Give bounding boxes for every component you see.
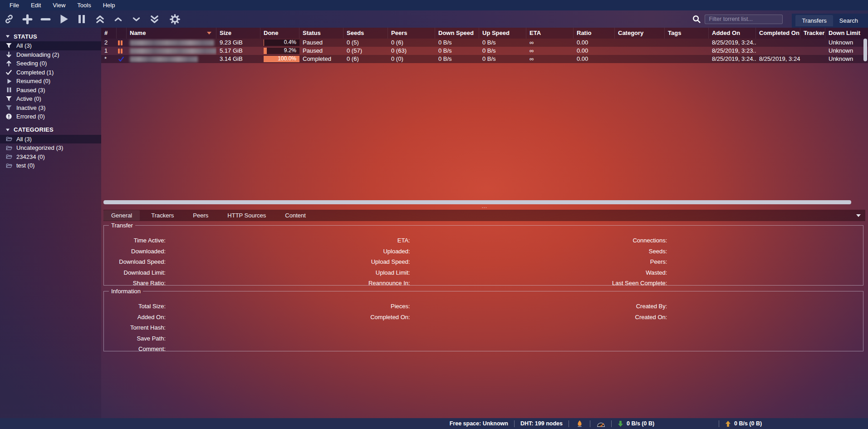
pause-icon — [76, 14, 87, 25]
vertical-scrollbar-thumb[interactable] — [863, 39, 867, 61]
col-num[interactable]: # — [101, 28, 117, 39]
tab-transfers[interactable]: Transfers — [795, 15, 833, 26]
col-up-speed[interactable]: Up Speed — [479, 28, 526, 39]
tab-trackers[interactable]: Trackers — [143, 210, 181, 221]
resume-button[interactable] — [58, 13, 69, 25]
chevron-up-icon — [113, 15, 123, 24]
status-section-header[interactable]: STATUS — [0, 31, 101, 41]
field-label: Torrent Hash: — [107, 324, 166, 331]
filter-input[interactable] — [705, 15, 783, 24]
sidebar-category-uncategorized[interactable]: Uncategorized (3) — [0, 143, 101, 153]
sidebar-item-seeding[interactable]: Seeding (0) — [0, 59, 101, 68]
play-icon — [5, 78, 13, 85]
tab-peers[interactable]: Peers — [185, 210, 216, 221]
global-download-speed: 0 B/s (0 B) — [618, 420, 713, 427]
increase-priority-button[interactable] — [112, 13, 124, 25]
sidebar-item-completed[interactable]: Completed (1) — [0, 68, 101, 77]
categories-section-header[interactable]: CATEGORIES — [0, 125, 101, 135]
row-state — [117, 47, 127, 55]
col-status[interactable]: Status — [299, 28, 343, 39]
col-ratio[interactable]: Ratio — [574, 28, 615, 39]
delete-torrent-button[interactable] — [39, 13, 51, 25]
col-state[interactable] — [117, 28, 127, 39]
filter-icon — [5, 95, 13, 103]
col-down-speed[interactable]: Down Speed — [435, 28, 479, 39]
information-section: Information Total Size: Added On: Torren… — [103, 288, 863, 351]
col-eta[interactable]: ETA — [526, 28, 574, 39]
menu-file[interactable]: File — [4, 2, 25, 9]
row-tags — [665, 39, 709, 47]
field-label: Downloaded: — [107, 248, 166, 255]
blurred-torrent-name — [130, 56, 198, 62]
col-tracker[interactable]: Tracker — [800, 28, 825, 39]
tab-http-sources[interactable]: HTTP Sources — [220, 210, 274, 221]
detail-tab-bar: General Trackers Peers HTTP Sources Cont… — [103, 210, 865, 221]
add-torrent-button[interactable] — [21, 13, 33, 25]
col-size[interactable]: Size — [216, 28, 260, 39]
divider — [611, 420, 612, 427]
vertical-scrollbar[interactable] — [863, 39, 867, 200]
sidebar-category-label: All (3) — [16, 136, 32, 143]
row-peers: 0 (0) — [388, 55, 435, 63]
sidebar-item-resumed[interactable]: Resumed (0) — [0, 77, 101, 86]
col-peers[interactable]: Peers — [388, 28, 435, 39]
bottom-priority-button[interactable] — [148, 13, 160, 25]
col-completed-on[interactable]: Completed On — [756, 28, 800, 39]
torrent-row[interactable]: 2 9.23 GiB 0.4% Paused 0 (5) 0 (6) 0 B/s… — [101, 39, 868, 47]
error-icon — [5, 113, 13, 120]
field-label: Uploaded: — [358, 248, 410, 255]
col-category[interactable]: Category — [615, 28, 665, 39]
tab-search[interactable]: Search — [833, 15, 864, 26]
torrent-row[interactable]: * 3.14 GiB 100.0% Completed 0 (6) 0 (0) … — [101, 55, 868, 63]
col-added-on[interactable]: Added On — [709, 28, 756, 39]
tab-content[interactable]: Content — [277, 210, 314, 221]
connection-status-icon[interactable] — [575, 420, 584, 428]
settings-button[interactable] — [169, 13, 181, 25]
sidebar-category-test[interactable]: test (0) — [0, 161, 101, 170]
divider — [569, 420, 569, 427]
menu-help[interactable]: Help — [97, 2, 121, 9]
transfer-col-2: ETA: Uploaded: Upload Speed: Upload Limi… — [358, 235, 609, 289]
alt-speed-gauge-icon[interactable] — [596, 420, 605, 427]
panel-splitter[interactable]: ... — [101, 204, 868, 210]
horizontal-scrollbar-thumb[interactable] — [103, 200, 851, 204]
filter-gray-icon — [5, 104, 13, 111]
sidebar-category-all[interactable]: All (3) — [0, 135, 101, 144]
col-seeds[interactable]: Seeds — [343, 28, 388, 39]
transfer-col-3: Connections: Seeds: Peers: Wasted: Last … — [609, 235, 860, 289]
row-down-speed: 0 B/s — [435, 39, 479, 47]
download-speed-text: 0 B/s (0 B) — [627, 420, 654, 427]
add-torrent-link-button[interactable] — [3, 13, 15, 25]
horizontal-scrollbar[interactable] — [103, 200, 859, 204]
row-up-speed: 0 B/s — [479, 47, 526, 55]
top-priority-button[interactable] — [94, 13, 106, 25]
sidebar-item-paused[interactable]: Paused (3) — [0, 86, 101, 95]
divider — [719, 420, 719, 427]
sidebar-item-active[interactable]: Active (0) — [0, 94, 101, 104]
row-eta: ∞ — [526, 55, 574, 63]
torrent-row[interactable]: 1 5.17 GiB 9.2% Paused 0 (57) 0 (63) 0 B… — [101, 47, 868, 55]
row-ratio: 0.00 — [574, 47, 615, 55]
col-down-limit[interactable]: Down Limit — [825, 28, 868, 39]
field-label: Share Ratio: — [107, 280, 166, 286]
tab-general[interactable]: General — [103, 210, 140, 221]
sidebar-item-errored[interactable]: Errored (0) — [0, 112, 101, 121]
pause-button[interactable] — [76, 13, 88, 25]
col-name[interactable]: Name — [127, 28, 216, 39]
sidebar-category-234234[interactable]: 234234 (0) — [0, 153, 101, 162]
menu-view[interactable]: View — [47, 2, 71, 9]
row-up-speed: 0 B/s — [479, 39, 526, 47]
chevron-down-icon[interactable] — [856, 214, 861, 217]
sidebar-item-downloading[interactable]: Downloading (2) — [0, 50, 101, 59]
sidebar-item-inactive[interactable]: Inactive (3) — [0, 104, 101, 113]
menu-tools[interactable]: Tools — [71, 2, 97, 9]
menu-edit[interactable]: Edit — [25, 2, 47, 9]
row-completed-on: 8/25/2019, 3:24... — [756, 55, 800, 63]
sidebar-item-all[interactable]: All (3) — [0, 41, 101, 50]
row-category — [615, 39, 665, 47]
progress-bar: 100.0% — [264, 56, 299, 62]
col-tags[interactable]: Tags — [665, 28, 709, 39]
progress-bar: 0.4% — [264, 39, 299, 46]
col-done[interactable]: Done — [260, 28, 299, 39]
decrease-priority-button[interactable] — [130, 13, 142, 25]
